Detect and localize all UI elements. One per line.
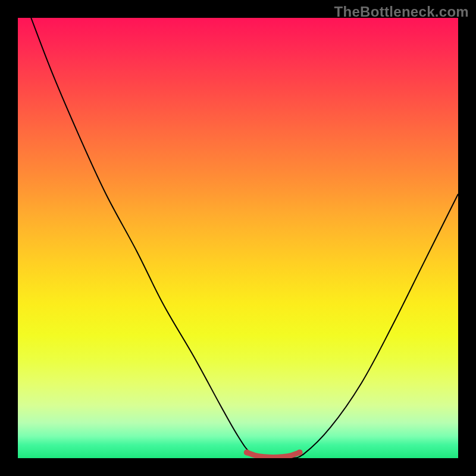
bottleneck-curve-path: [31, 18, 458, 458]
chart-svg: [18, 18, 458, 458]
flat-marker-dot-left: [244, 449, 250, 455]
plot-area: [18, 18, 458, 458]
flat-marker-path: [247, 452, 300, 457]
chart-frame: TheBottleneck.com: [0, 0, 476, 476]
watermark-label: TheBottleneck.com: [334, 4, 469, 20]
flat-marker-dot-right: [297, 449, 303, 455]
